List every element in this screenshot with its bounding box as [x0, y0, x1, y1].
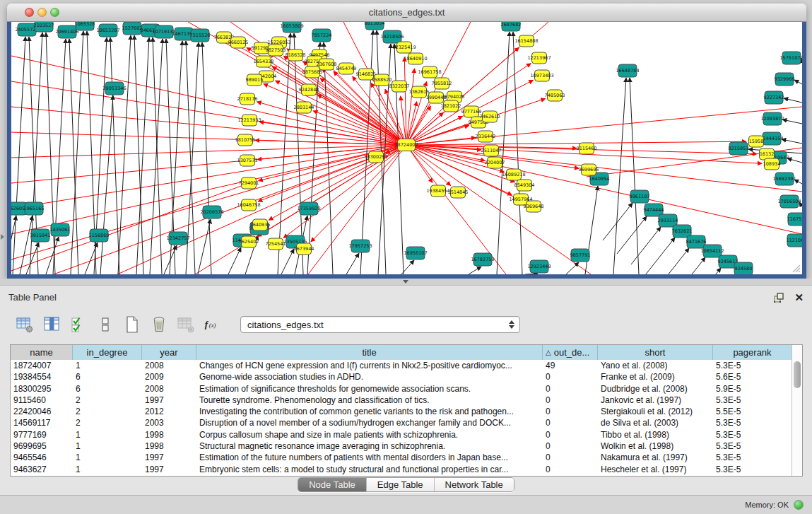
- column-header-label: out_de...: [554, 347, 590, 358]
- close-panel-button[interactable]: ✕: [794, 292, 804, 303]
- column-header-short[interactable]: short: [598, 345, 713, 360]
- graph-node-label: 9827503: [266, 47, 286, 53]
- cell-year: 1998: [142, 429, 196, 440]
- function-builder-button[interactable]: f (x): [202, 314, 223, 335]
- graph-node-label: 2511047: [481, 148, 502, 153]
- cell-pagerank: 5.6E-5: [713, 371, 792, 382]
- table-row[interactable]: 2242004622012Investigating the contribut…: [11, 406, 802, 417]
- minimize-window-button[interactable]: [37, 8, 47, 17]
- graph-node-label: 2336442: [476, 134, 496, 139]
- resize-grip-icon[interactable]: [791, 263, 801, 273]
- graph-node-label: 9857791: [570, 252, 591, 258]
- close-icon: ✕: [794, 291, 804, 303]
- window-title: citations_edges.txt: [7, 4, 806, 21]
- tab-edge-table[interactable]: Edge Table: [367, 478, 435, 491]
- select-all-button[interactable]: [68, 314, 89, 335]
- graph-node-label: 16782759: [471, 257, 494, 262]
- graph-node-label: 5875685: [302, 69, 323, 75]
- svg-text:(x): (x): [209, 322, 216, 329]
- graph-node-label: 10973403: [530, 73, 553, 78]
- graph-node-label: 1362615: [409, 89, 430, 95]
- graph-node-label: 1156869: [89, 233, 110, 238]
- network-canvas[interactable]: 2405572421035272069140610653281065328715…: [11, 22, 802, 274]
- cell-year: 2009: [142, 371, 196, 382]
- graph-node-label: 18640910: [404, 56, 427, 62]
- graph-node-label: 1514845: [448, 189, 469, 195]
- graph-node-label: 17016504: [777, 199, 801, 204]
- delete-button[interactable]: [148, 314, 170, 335]
- trash-icon: [150, 315, 168, 334]
- graph-node-label: 8549304: [514, 182, 535, 188]
- table-row[interactable]: 977716911998Corpus callosum shape and si…: [11, 429, 802, 440]
- column-header-out_degree[interactable]: △out_de...: [543, 345, 598, 360]
- graph-node-label: 12923448: [527, 264, 551, 269]
- vertical-scrollbar[interactable]: [792, 345, 802, 476]
- cell-in_degree: 2: [73, 395, 142, 406]
- splitter-handle[interactable]: [401, 279, 410, 284]
- float-panel-button[interactable]: [773, 292, 784, 303]
- cell-in_degree: 1: [73, 429, 142, 440]
- graph-node-label: 7625402: [239, 239, 259, 245]
- show-columns-button[interactable]: [41, 314, 62, 335]
- table-row[interactable]: 946362711997Embryonic stem cells: a mode…: [11, 464, 802, 475]
- table-row[interactable]: 1938455462009Genome-wide association stu…: [11, 371, 802, 382]
- column-header-name[interactable]: name: [11, 345, 73, 360]
- table-row[interactable]: 1872400712008Changes of HCN gene express…: [11, 360, 802, 371]
- memory-status-label: Memory: OK: [745, 501, 789, 509]
- graph-node-label: 7955812: [432, 81, 452, 86]
- graph-node-label: 2103527: [34, 23, 54, 28]
- graph-node-label: 1990448: [426, 95, 447, 100]
- panel-splitter[interactable]: [0, 279, 812, 285]
- graph-node-label: 10653287: [96, 28, 119, 33]
- cell-pagerank: 5.3E-5: [713, 464, 792, 475]
- clear-selection-button[interactable]: [95, 314, 116, 335]
- new-document-button[interactable]: [122, 314, 143, 335]
- cell-in_degree: 6: [73, 383, 142, 395]
- table-row[interactable]: 946554611997Estimation of the future num…: [11, 452, 802, 463]
- table-row[interactable]: 1456911722003Disruption of a novel membe…: [11, 417, 802, 428]
- cell-title: Investigating the contribution of common…: [196, 406, 543, 417]
- graph-node-label: 12213967: [527, 55, 551, 61]
- graph-node-label: 15692391: [772, 176, 796, 182]
- column-header-label: short: [645, 347, 666, 358]
- column-header-pagerank[interactable]: pagerank: [713, 345, 792, 360]
- table-body: 1872400712008Changes of HCN gene express…: [11, 360, 802, 475]
- cell-name: 18724007: [11, 360, 73, 371]
- node-table: namein_degreeyeartitle△out_de...shortpag…: [10, 344, 803, 477]
- delete-table-button[interactable]: [175, 314, 196, 335]
- cell-out_degree: 0: [543, 395, 598, 406]
- table-tabs-row: Node TableEdge TableNetwork Table: [0, 477, 812, 492]
- svg-text:f: f: [205, 319, 209, 329]
- cell-year: 1997: [142, 464, 196, 475]
- zoom-window-button[interactable]: [50, 8, 59, 17]
- table-row[interactable]: 969969511998Structural magnetic resonanc…: [11, 440, 802, 452]
- graph-node-label: 2204007: [485, 160, 505, 165]
- tab-network-table[interactable]: Network Table: [435, 478, 514, 491]
- graph-node-label: 9242848: [299, 87, 319, 93]
- graph-node-label: 20206576: [200, 209, 223, 215]
- table-row[interactable]: 1830029562008Estimation of significance …: [11, 383, 802, 395]
- table-row[interactable]: 911546021997Tourette syndrome. Phenomeno…: [11, 395, 802, 406]
- tab-node-table[interactable]: Node Table: [298, 478, 367, 491]
- table-settings-button[interactable]: [14, 314, 35, 335]
- memory-indicator[interactable]: [794, 500, 804, 510]
- column-header-label: pagerank: [733, 347, 771, 358]
- column-header-title[interactable]: title: [196, 345, 543, 360]
- column-header-year[interactable]: year: [142, 345, 196, 360]
- graph-node-label: 2803144: [294, 105, 314, 110]
- graph-node-label: 16053809: [280, 23, 303, 29]
- select-all-icon: [70, 315, 87, 334]
- citation-network-graph[interactable]: 2405572421035272069140610653281065328715…: [11, 22, 802, 274]
- close-window-button[interactable]: [25, 8, 34, 17]
- cell-in_degree: 1: [73, 440, 142, 452]
- column-header-in_degree[interactable]: in_degree: [73, 345, 142, 360]
- cell-in_degree: 1: [73, 360, 142, 371]
- scrollbar-thumb[interactable]: [794, 361, 801, 388]
- panel-collapse-arrow[interactable]: [1, 234, 4, 240]
- cell-out_degree: 0: [543, 464, 598, 475]
- cell-short: Franke et al. (2009): [598, 371, 713, 382]
- graph-node-label: 8471676: [686, 239, 707, 245]
- window-titlebar[interactable]: citations_edges.txt: [7, 4, 806, 22]
- network-table-selector[interactable]: citations_edges.txt: [240, 316, 520, 333]
- cell-out_degree: 0: [543, 417, 598, 428]
